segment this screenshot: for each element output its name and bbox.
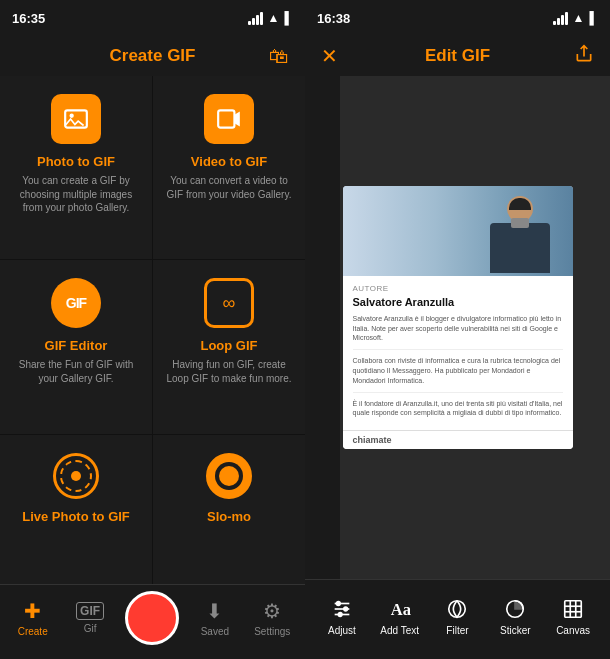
left-panel: 16:35 ▲ ▌ Create GIF 🛍 <box>0 0 305 659</box>
video-icon <box>204 94 254 144</box>
svg-point-1 <box>70 114 74 118</box>
article-body: AUTORE Salvatore Aranzulla Salvatore Ara… <box>343 276 573 430</box>
photo-to-gif-item[interactable]: Photo to GIF You can create a GIF by cho… <box>0 76 152 259</box>
canvas-tool[interactable]: Canvas <box>549 598 597 636</box>
svg-point-6 <box>336 601 340 605</box>
svg-point-8 <box>338 612 342 616</box>
sticker-icon <box>504 598 526 620</box>
close-button[interactable]: ✕ <box>321 44 338 68</box>
article-para-1: Salvatore Aranzulla è il blogger e divul… <box>353 314 563 343</box>
gif-editor-item[interactable]: GIF GIF Editor Share the Fun of GIF with… <box>0 260 152 434</box>
slo-mo-item[interactable]: Slo-mo <box>153 435 305 584</box>
tab-saved-label: Saved <box>201 626 229 637</box>
article-label: AUTORE <box>353 284 563 293</box>
loop-gif-item[interactable]: ∞ Loop GIF Having fun on GIF, create Loo… <box>153 260 305 434</box>
sticker-tool[interactable]: Sticker <box>491 598 539 636</box>
svg-point-10 <box>449 600 466 617</box>
article-preview: AUTORE Salvatore Aranzulla Salvatore Ara… <box>343 186 573 449</box>
tab-settings-label: Settings <box>254 626 290 637</box>
filter-label: Filter <box>446 625 468 636</box>
right-status-icons: ▲ ▌ <box>553 11 598 25</box>
article-image <box>343 186 573 276</box>
slo-mo-icon <box>206 453 252 499</box>
right-battery-icon: ▌ <box>589 11 598 25</box>
tab-gif[interactable]: GIF Gif <box>68 602 112 634</box>
sticker-label: Sticker <box>500 625 531 636</box>
live-photo-icon <box>53 453 99 499</box>
filter-icon <box>446 598 468 620</box>
right-nav-bar: ✕ Edit GIF <box>305 36 610 76</box>
tab-record[interactable] <box>125 591 179 645</box>
right-wifi-icon: ▲ <box>573 11 585 25</box>
chiamate-label: chiamate <box>353 435 563 445</box>
right-status-bar: 16:38 ▲ ▌ <box>305 0 610 36</box>
adjust-icon <box>331 598 353 620</box>
loop-gif-title: Loop GIF <box>200 338 257 353</box>
photo-to-gif-desc: You can create a GIF by choosing multipl… <box>12 174 140 215</box>
svg-text:Aa: Aa <box>391 599 411 618</box>
article-divider-1 <box>353 349 563 350</box>
photo-icon <box>51 94 101 144</box>
wifi-icon: ▲ <box>268 11 280 25</box>
left-nav-bar: Create GIF 🛍 <box>0 36 305 76</box>
record-button[interactable] <box>125 591 179 645</box>
gif-tab-icon: GIF <box>76 602 104 620</box>
saved-icon: ⬇ <box>206 599 223 623</box>
adjust-label: Adjust <box>328 625 356 636</box>
right-signal-icon <box>553 12 568 25</box>
add-text-icon: Aa <box>389 598 411 620</box>
battery-icon: ▌ <box>284 11 293 25</box>
video-to-gif-desc: You can convert a video to GIF from your… <box>165 174 293 201</box>
tab-create-label: Create <box>18 626 48 637</box>
gif-editor-title: GIF Editor <box>45 338 108 353</box>
video-to-gif-item[interactable]: Video to GIF You can convert a video to … <box>153 76 305 259</box>
edit-toolbar: Adjust Aa Add Text Filter Sticker <box>305 579 610 659</box>
filter-tool[interactable]: Filter <box>433 598 481 636</box>
canvas-label: Canvas <box>556 625 590 636</box>
create-icon: ✚ <box>24 599 41 623</box>
svg-rect-12 <box>565 600 582 617</box>
article-title: Salvatore Aranzulla <box>353 296 563 308</box>
video-to-gif-title: Video to GIF <box>191 154 267 169</box>
photo-to-gif-title: Photo to GIF <box>37 154 115 169</box>
tab-settings[interactable]: ⚙ Settings <box>250 599 294 637</box>
right-time: 16:38 <box>317 11 350 26</box>
settings-icon: ⚙ <box>263 599 281 623</box>
svg-point-7 <box>344 607 348 611</box>
right-nav-title: Edit GIF <box>425 46 490 66</box>
article-para-2: Collabora con riviste di informatica e c… <box>353 356 563 385</box>
right-panel: 16:38 ▲ ▌ ✕ Edit GIF <box>305 0 610 659</box>
bag-icon[interactable]: 🛍 <box>269 45 289 68</box>
live-photo-to-gif-title: Live Photo to GIF <box>22 509 130 524</box>
svg-rect-2 <box>218 110 234 127</box>
article-divider-2 <box>353 392 563 393</box>
gif-editor-icon: GIF <box>51 278 101 328</box>
left-nav-title: Create GIF <box>110 46 196 66</box>
canvas-icon <box>562 598 584 620</box>
left-status-bar: 16:35 ▲ ▌ <box>0 0 305 36</box>
tab-gif-label: Gif <box>84 623 97 634</box>
add-text-label: Add Text <box>380 625 419 636</box>
bottom-tab-bar: ✚ Create GIF Gif ⬇ Saved ⚙ Settings <box>0 584 305 659</box>
gif-editor-desc: Share the Fun of GIF with your Gallery G… <box>12 358 140 385</box>
tab-create[interactable]: ✚ Create <box>11 599 55 637</box>
loop-gif-desc: Having fun on GIF, create Loop GIF to ma… <box>165 358 293 385</box>
tab-saved[interactable]: ⬇ Saved <box>193 599 237 637</box>
live-photo-to-gif-item[interactable]: Live Photo to GIF <box>0 435 152 584</box>
left-status-icons: ▲ ▌ <box>248 11 293 25</box>
article-para-3: È il fondatore di Aranzulla.it, uno dei … <box>353 399 563 419</box>
share-button[interactable] <box>574 44 594 69</box>
feature-grid: Photo to GIF You can create a GIF by cho… <box>0 76 305 584</box>
adjust-tool[interactable]: Adjust <box>318 598 366 636</box>
signal-icon <box>248 12 263 25</box>
loop-icon: ∞ <box>204 278 254 328</box>
add-text-tool[interactable]: Aa Add Text <box>376 598 424 636</box>
left-time: 16:35 <box>12 11 45 26</box>
slo-mo-title: Slo-mo <box>207 509 251 524</box>
edit-canvas: AUTORE Salvatore Aranzulla Salvatore Ara… <box>305 76 610 579</box>
